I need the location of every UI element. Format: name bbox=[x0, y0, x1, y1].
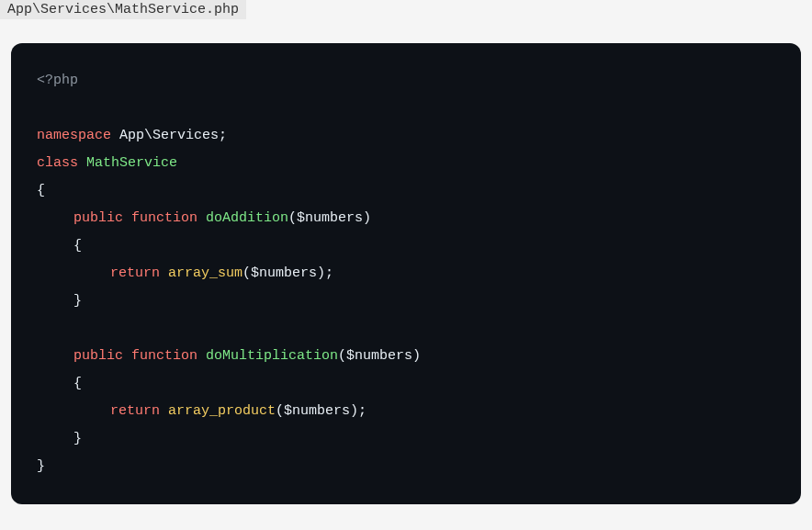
code-line: return array_product($numbers); bbox=[37, 398, 775, 425]
code-line: class MathService bbox=[37, 150, 775, 177]
brace: { bbox=[73, 238, 82, 254]
class-name: MathService bbox=[78, 155, 177, 171]
code-line: { bbox=[37, 232, 775, 260]
keyword-return: return bbox=[110, 403, 160, 419]
brace: { bbox=[73, 376, 82, 391]
function-call: array_sum bbox=[160, 265, 242, 281]
function-call: array_product bbox=[160, 403, 276, 419]
method-name: doMultiplication bbox=[197, 348, 338, 364]
code-line: { bbox=[37, 177, 775, 205]
keyword-function: function bbox=[123, 348, 197, 364]
brace: } bbox=[37, 458, 45, 474]
php-open-tag: <?php bbox=[37, 73, 78, 88]
brace: } bbox=[73, 431, 82, 446]
keyword-return: return bbox=[110, 265, 160, 281]
method-params: ($numbers) bbox=[288, 210, 371, 226]
brace: { bbox=[37, 183, 45, 198]
keyword-class: class bbox=[37, 155, 78, 171]
code-block: <?php namespace App\Services; class Math… bbox=[11, 43, 801, 504]
file-path-bar: App\Services\MathService.php bbox=[0, 0, 246, 19]
code-line: namespace App\Services; bbox=[37, 122, 775, 150]
keyword-function: function bbox=[123, 210, 197, 226]
code-line: } bbox=[37, 288, 775, 315]
call-args: ($numbers); bbox=[242, 265, 333, 281]
method-params: ($numbers) bbox=[338, 348, 421, 364]
brace: } bbox=[73, 293, 82, 309]
namespace-value: App\Services; bbox=[111, 128, 227, 143]
code-line: } bbox=[37, 453, 775, 480]
code-line: <?php bbox=[37, 67, 775, 95]
keyword-namespace: namespace bbox=[37, 128, 111, 143]
file-path-text: App\Services\MathService.php bbox=[7, 2, 239, 17]
code-line-empty bbox=[37, 315, 775, 343]
code-line: public function doAddition($numbers) bbox=[37, 205, 775, 232]
keyword-public: public bbox=[73, 348, 123, 364]
code-line: { bbox=[37, 370, 775, 398]
call-args: ($numbers); bbox=[276, 403, 367, 419]
code-line: } bbox=[37, 425, 775, 453]
keyword-public: public bbox=[73, 210, 123, 226]
code-line: public function doMultiplication($number… bbox=[37, 343, 775, 370]
method-name: doAddition bbox=[197, 210, 288, 226]
code-line: return array_sum($numbers); bbox=[37, 260, 775, 288]
code-line-empty bbox=[37, 95, 775, 122]
